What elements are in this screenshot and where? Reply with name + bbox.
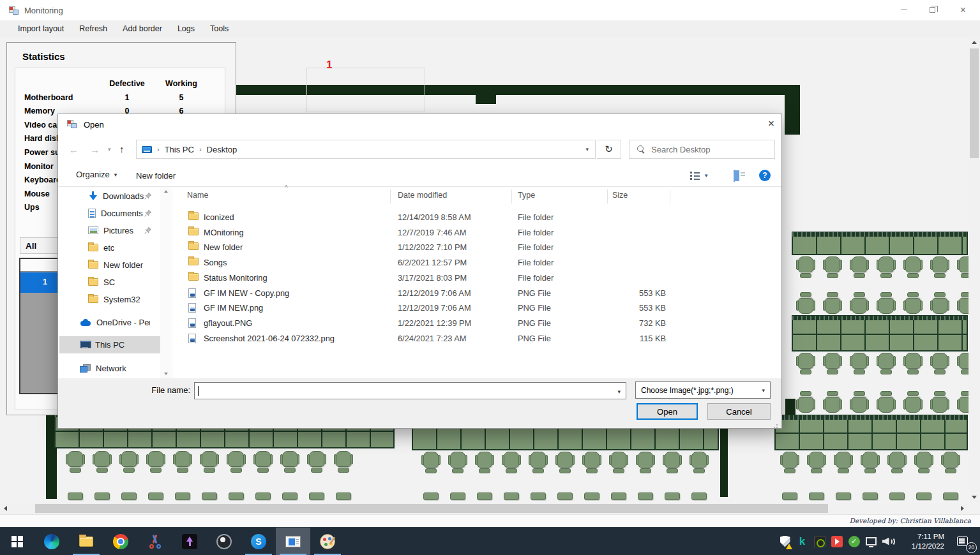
tray-item-network[interactable] [863, 529, 880, 554]
minimize-button[interactable] [889, 0, 918, 20]
tray-item-green-check[interactable]: ✓ [845, 529, 863, 554]
dialog-close-button[interactable]: × [760, 114, 782, 133]
file-row[interactable]: Status Monitoring3/17/2021 8:03 PMFile f… [179, 270, 773, 286]
breadcrumb-item-this-pc[interactable]: This PC [165, 145, 194, 154]
column-divider[interactable] [390, 189, 391, 204]
taskbar-button-upscayl[interactable] [172, 528, 207, 555]
file-row[interactable]: Screenshot 2021-06-24 072332.png6/24/202… [179, 331, 773, 346]
column-header-date[interactable]: Date modified [398, 191, 447, 200]
chair-seat [880, 369, 892, 374]
chair-arm [796, 300, 799, 311]
taskbar-button-snipping-tool[interactable] [138, 528, 172, 555]
column-divider[interactable] [670, 189, 670, 204]
help-button[interactable]: ? [759, 170, 771, 181]
chair-arm [866, 300, 869, 311]
tray-item-red-app[interactable] [828, 529, 845, 554]
vertical-scrollbar[interactable] [969, 37, 980, 503]
taskbar-button-paint[interactable] [310, 528, 345, 555]
file-row[interactable]: Songs6/2/2021 12:57 PMFile folder [179, 255, 773, 270]
scroll-right-button[interactable] [957, 503, 968, 514]
breadcrumb[interactable]: › This PC › Desktop ▾ [136, 140, 596, 159]
taskbar-button-monitoring-app[interactable] [276, 528, 310, 555]
up-button[interactable]: ↑ [119, 144, 124, 155]
column-header-type[interactable]: Type [518, 191, 535, 200]
close-button[interactable]: × [949, 0, 977, 20]
column-header-name[interactable]: Name [187, 191, 208, 200]
column-divider[interactable] [607, 189, 608, 204]
pin-icon [144, 210, 151, 217]
column-divider[interactable] [511, 189, 512, 204]
scroll-left-button[interactable] [0, 503, 11, 514]
search-input[interactable] [651, 145, 753, 154]
sidebar-item-downloads[interactable]: Downloads [59, 188, 160, 205]
open-button[interactable]: Open [637, 403, 698, 420]
sidebar-item-system32[interactable]: System32 [59, 291, 160, 308]
history-dropdown-button[interactable]: ▾ [108, 146, 111, 152]
sidebar-item-new-folder[interactable]: New folder [59, 256, 160, 274]
breadcrumb-dropdown-icon[interactable]: ▾ [585, 146, 589, 152]
chair-arm [706, 455, 709, 465]
chair-arm [66, 454, 68, 464]
chair-arm [877, 455, 880, 465]
file-type-dropdown[interactable]: Choose Image(*.jpg;*.png;) ▾ [635, 381, 771, 399]
office-chair [941, 492, 960, 501]
taskbar-button-file-explorer[interactable] [69, 528, 103, 555]
menu-item-add-border[interactable]: Add border [115, 22, 170, 36]
horizontal-scroll-thumb[interactable] [35, 504, 828, 513]
file-row[interactable]: MOnitoring12/7/2019 7:46 AMFile folder [179, 225, 773, 241]
breadcrumb-item-desktop[interactable]: Desktop [207, 145, 237, 154]
image-file-icon [188, 288, 196, 298]
sidebar-item-network[interactable]: Network [59, 360, 160, 377]
file-name: Screenshot 2021-06-24 072332.png [204, 334, 335, 343]
organize-button[interactable]: Organize ▾ [76, 170, 117, 179]
taskbar-button-edge[interactable] [34, 528, 69, 555]
back-button[interactable]: ← [69, 144, 79, 156]
vertical-scroll-thumb[interactable] [970, 48, 979, 158]
action-center-button[interactable]: 20 [948, 529, 976, 554]
sidebar-item-sc[interactable]: SC [59, 274, 160, 291]
sidebar-item-pictures[interactable]: Pictures [59, 222, 160, 239]
view-options-button[interactable]: ▾ [690, 171, 708, 179]
tray-item-nvidia[interactable] [811, 529, 828, 554]
column-header-size[interactable]: Size [612, 191, 628, 200]
sidebar-item-documents[interactable]: Documents [59, 205, 160, 222]
file-name-input[interactable]: ▾ [194, 382, 626, 399]
resize-grip[interactable] [773, 423, 778, 428]
file-row[interactable]: Iconized12/14/2019 8:58 AMFile folder [179, 210, 773, 225]
preview-pane-icon [734, 170, 735, 182]
taskbar-clock[interactable]: 7:11 PM1/12/2022 [897, 532, 948, 551]
tray-item-defender[interactable] [776, 529, 794, 554]
cancel-button[interactable]: Cancel [707, 403, 771, 420]
tray-item-kite[interactable]: k [794, 529, 811, 554]
new-folder-button[interactable]: New folder [136, 170, 176, 181]
taskbar-button-start[interactable] [0, 528, 34, 555]
restore-button[interactable] [918, 0, 947, 20]
taskbar-button-chrome[interactable] [103, 528, 138, 555]
sidebar-item-this-pc[interactable]: This PC [59, 336, 160, 353]
sidebar-scroll-down[interactable] [160, 369, 171, 378]
scroll-up-button[interactable] [969, 37, 980, 48]
horizontal-scrollbar[interactable] [0, 503, 969, 514]
tray-item-volume[interactable] [880, 529, 897, 554]
menu-item-import-layout[interactable]: Import layout [10, 22, 72, 36]
file-row[interactable]: GF IM NEW.png12/12/2019 7:06 AMPNG File5… [179, 300, 773, 316]
menu-item-logs[interactable]: Logs [170, 22, 202, 36]
refresh-button[interactable]: ↻ [597, 140, 621, 159]
image-file-icon [188, 303, 196, 313]
file-row[interactable]: New folder1/12/2022 7:10 PMFile folder [179, 240, 773, 255]
office-chair [903, 390, 923, 413]
sidebar-scroll-up[interactable] [160, 187, 171, 196]
menu-item-tools[interactable]: Tools [202, 22, 236, 36]
scroll-down-button[interactable] [969, 492, 980, 503]
sidebar-item-onedrive-person[interactable]: OneDrive - Person [59, 314, 160, 331]
forward-button[interactable]: → [90, 144, 100, 156]
file-row[interactable]: gflayout.PNG1/22/2021 12:39 PMPNG File73… [179, 316, 773, 331]
search-box[interactable] [629, 140, 775, 159]
taskbar-button-obs[interactable] [207, 528, 241, 555]
menu-item-refresh[interactable]: Refresh [72, 22, 115, 36]
preview-pane-button[interactable] [734, 170, 735, 182]
sidebar-item-etc[interactable]: etc [59, 239, 160, 256]
sidebar-scrollbar[interactable] [160, 187, 171, 378]
file-row[interactable]: GF IM NEW - Copy.png12/12/2019 7:06 AMPN… [179, 286, 773, 301]
taskbar-button-skype[interactable]: S [241, 528, 276, 555]
